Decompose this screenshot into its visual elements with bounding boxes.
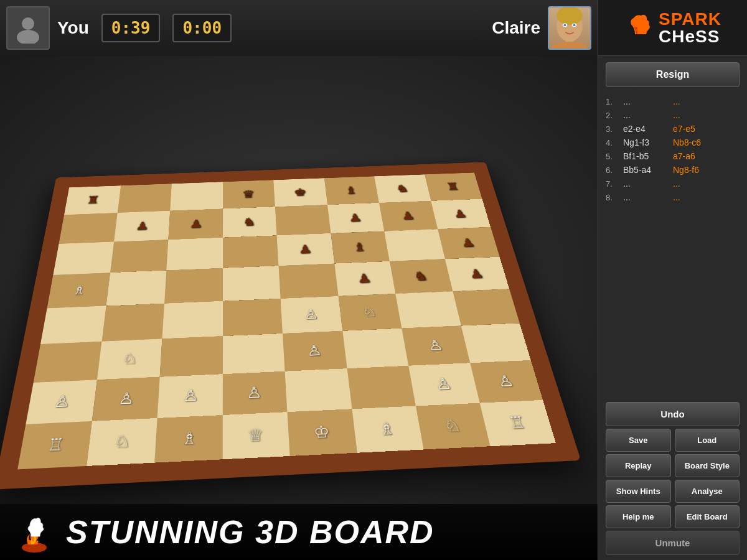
move-black[interactable]: Nb8-c6 [673,138,723,147]
white-piece: ♖ [46,436,65,454]
square-5-7[interactable] [461,324,530,363]
square-5-3[interactable] [222,334,284,374]
move-black[interactable]: a7-a6 [673,151,723,161]
square-1-0[interactable] [59,213,118,244]
square-6-7[interactable]: ♙ [470,360,543,403]
black-piece: ♝ [344,185,358,196]
square-1-3[interactable]: ♞ [223,207,277,237]
square-3-4[interactable] [278,264,338,299]
move-white[interactable]: Bb5-a4 [623,165,673,175]
square-7-7[interactable]: ♖ [479,400,556,446]
square-7-3[interactable]: ♕ [222,412,289,459]
svg-point-0 [22,17,34,30]
square-1-6[interactable]: ♟ [379,201,438,231]
square-0-4[interactable]: ♚ [273,178,327,207]
square-1-1[interactable]: ♟ [114,211,171,242]
undo-button[interactable]: Undo [606,402,740,426]
help-me-button[interactable]: Help me [606,505,671,528]
replay-button[interactable]: Replay [606,454,671,477]
square-6-5[interactable] [347,366,416,409]
square-0-2[interactable] [170,182,223,210]
square-1-2[interactable]: ♟ [168,209,222,240]
black-piece: ♞ [413,270,429,282]
move-black[interactable]: ... [673,110,723,120]
square-7-5[interactable]: ♗ [352,406,424,452]
square-4-0[interactable] [40,306,106,344]
move-white[interactable]: e2-e4 [623,124,673,134]
square-3-7[interactable]: ♟ [444,257,509,291]
square-7-1[interactable]: ♘ [86,418,157,466]
square-5-0[interactable] [34,342,101,383]
square-6-3[interactable]: ♙ [222,371,287,415]
square-0-5[interactable]: ♝ [324,176,378,205]
square-4-7[interactable] [453,289,520,325]
move-black[interactable]: ... [673,179,723,189]
square-4-2[interactable] [162,301,223,339]
square-0-6[interactable]: ♞ [374,174,431,203]
square-6-1[interactable]: ♙ [92,377,159,421]
square-7-2[interactable]: ♗ [154,415,222,463]
move-white[interactable]: ... [623,96,673,106]
show-hints-button[interactable]: Show Hints [606,480,671,503]
move-number: 7. [606,179,623,189]
square-3-0[interactable]: ♗ [47,273,110,308]
square-4-6[interactable] [395,291,461,329]
edit-board-button[interactable]: Edit Board [675,505,740,528]
save-button[interactable]: Save [606,429,671,452]
square-0-3[interactable]: ♛ [223,180,275,208]
square-3-5[interactable]: ♟ [334,261,395,296]
black-piece: ♜ [86,195,100,205]
analyse-button[interactable]: Analyse [675,480,740,503]
resign-button[interactable]: Resign [606,62,740,87]
square-4-3[interactable] [222,299,282,337]
square-3-2[interactable] [164,268,223,304]
move-white[interactable]: ... [623,110,673,120]
square-5-5[interactable] [342,329,408,368]
square-0-7[interactable]: ♜ [425,173,482,201]
square-3-3[interactable] [223,266,281,301]
move-black[interactable]: Ng8-f6 [673,165,723,175]
square-1-7[interactable]: ♟ [431,199,491,229]
square-1-5[interactable]: ♟ [327,203,385,233]
square-7-4[interactable]: ♔ [287,409,357,456]
square-1-4[interactable] [275,205,331,235]
square-2-3[interactable] [223,235,279,268]
move-white[interactable]: ... [623,192,673,202]
square-4-1[interactable] [101,304,164,342]
square-2-0[interactable] [53,241,113,274]
square-2-5[interactable]: ♝ [331,231,390,263]
chess-board[interactable]: ♜♛♚♝♞♜♟♟♞♟♟♟♟♝♟♗♟♞♟♙♘♘♙♙♙♙♙♙♙♙♖♘♗♕♔♗♘♖ [17,173,556,470]
square-7-6[interactable]: ♘ [416,403,490,450]
banner-horse-icon [12,510,56,554]
move-white[interactable]: ... [623,179,673,189]
square-0-1[interactable] [117,184,172,213]
unmute-button[interactable]: Unmute [606,531,740,555]
move-black[interactable]: ... [673,192,723,202]
square-5-2[interactable] [160,336,223,377]
square-4-5[interactable]: ♘ [338,294,402,331]
square-2-1[interactable] [110,240,169,273]
load-button[interactable]: Load [675,429,740,452]
square-2-7[interactable]: ♟ [438,227,500,259]
square-6-6[interactable]: ♙ [408,363,479,406]
square-6-2[interactable]: ♙ [157,374,223,418]
square-7-0[interactable]: ♖ [17,421,92,469]
move-black[interactable]: ... [673,96,723,106]
square-2-6[interactable] [384,229,444,261]
move-black[interactable]: e7-e5 [673,124,723,134]
white-piece: ♙ [306,343,322,358]
square-3-1[interactable] [106,271,166,306]
board-style-button[interactable]: Board Style [675,454,740,477]
square-4-4[interactable]: ♙ [281,296,342,334]
square-6-0[interactable]: ♙ [26,380,96,424]
square-6-4[interactable] [285,368,352,412]
square-5-6[interactable]: ♙ [402,326,469,366]
move-white[interactable]: Bf1-b5 [623,151,673,161]
square-3-6[interactable]: ♞ [390,259,453,294]
square-2-2[interactable] [166,238,222,271]
square-0-0[interactable]: ♜ [64,185,121,215]
square-5-1[interactable]: ♘ [96,338,162,380]
square-5-4[interactable]: ♙ [283,331,347,371]
square-2-4[interactable]: ♟ [277,233,334,266]
move-white[interactable]: Ng1-f3 [623,138,673,147]
